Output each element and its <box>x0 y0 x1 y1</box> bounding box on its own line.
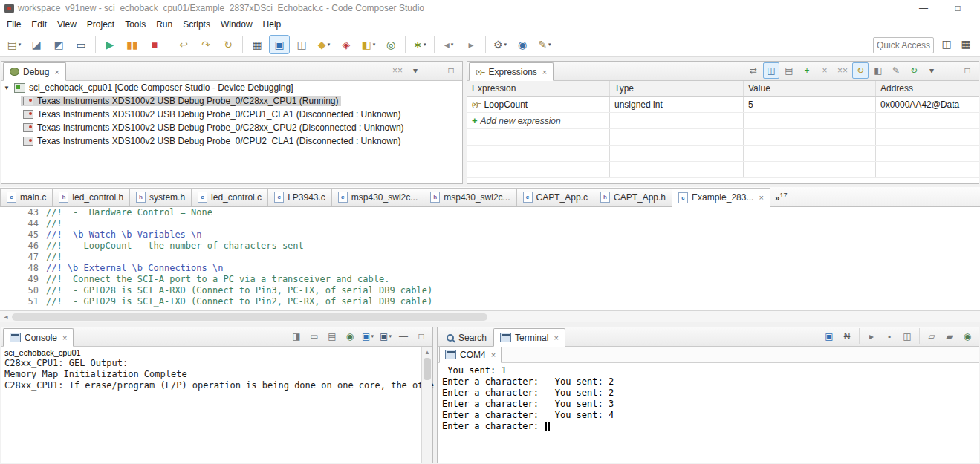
menu-tools[interactable]: Tools <box>120 17 151 32</box>
tab-overflow-chevron[interactable]: »17 <box>775 193 788 203</box>
tab-terminal[interactable]: Terminal × <box>493 328 565 347</box>
remove-all-expressions-icon[interactable]: ×× <box>834 62 851 79</box>
editor-tab-lp3943-c[interactable]: cLP3943.c <box>268 188 332 206</box>
view-menu-icon[interactable]: ▾ <box>407 62 424 79</box>
minimize-window-icon[interactable]: — <box>913 1 934 15</box>
close-icon[interactable]: × <box>62 333 67 342</box>
refresh-icon[interactable]: ↻ <box>852 62 869 79</box>
editor-tab-capt-app-h[interactable]: hCAPT_App.h <box>594 188 672 206</box>
step-return-icon[interactable]: ↻ <box>218 35 238 54</box>
forward-icon[interactable]: ▸ <box>461 35 481 54</box>
menu-scripts[interactable]: Scripts <box>178 17 215 32</box>
maximize-icon[interactable]: □ <box>959 62 976 79</box>
dropdown-arrow-icon[interactable]: ▾ <box>424 42 426 48</box>
editor-tab-led-control-c[interactable]: cled_control.c <box>192 188 268 206</box>
collapse-all-icon[interactable]: ▤ <box>781 62 797 79</box>
debug-perspective-icon[interactable]: ▦ <box>958 38 974 50</box>
minimize-icon[interactable]: — <box>941 62 958 79</box>
close-icon[interactable]: × <box>542 68 547 76</box>
dropdown-arrow-icon[interactable]: ▾ <box>371 333 374 339</box>
remove-expression-icon[interactable]: × <box>817 62 833 79</box>
editor-tab-msp430-swi2c-[interactable]: hmsp430_swi2c... <box>424 188 516 206</box>
close-icon[interactable]: × <box>759 193 763 202</box>
dropdown-arrow-icon[interactable]: ▾ <box>451 42 454 48</box>
column-header-address[interactable]: Address <box>876 81 979 96</box>
new-expressions-view-icon[interactable]: ◧ <box>870 62 886 79</box>
add-expression-icon[interactable]: + <box>799 62 815 79</box>
editor-tab-example-283-[interactable]: cExample_283...× <box>672 188 770 207</box>
pin-terminal-icon[interactable]: ◉ <box>959 328 976 344</box>
tools-icon[interactable]: ⚙▾ <box>490 35 510 54</box>
tab-search[interactable]: Search <box>439 328 493 347</box>
new-breakpoint-icon[interactable]: ∗▾ <box>409 35 430 54</box>
copy-icon[interactable]: ▱ <box>924 328 940 344</box>
quick-access-button[interactable]: Quick Access <box>873 37 934 53</box>
terminate-icon[interactable]: ■ <box>144 35 165 54</box>
layout-icon[interactable]: ◫ <box>763 62 779 79</box>
maximize-window-icon[interactable]: □ <box>947 1 968 15</box>
open-console-icon[interactable]: ▣▾ <box>377 328 394 344</box>
horizontal-scrollbar[interactable]: ◂ <box>0 310 980 322</box>
editor-tab-msp430-swi2c-[interactable]: cmsp430_swi2c... <box>332 188 424 206</box>
view-menu-icon[interactable]: ▾ <box>924 62 940 79</box>
flash-icon[interactable]: ◆▾ <box>314 35 334 54</box>
menu-window[interactable]: Window <box>215 17 258 32</box>
show-logical-structure-icon[interactable]: ⇄ <box>745 62 762 79</box>
code-editor[interactable]: 43//! - Hardware Control = None44//!45//… <box>0 207 980 310</box>
resume-icon[interactable]: ▶ <box>100 35 120 54</box>
tab-debug[interactable]: Debug × <box>3 62 66 81</box>
paste-icon[interactable]: ▰ <box>941 328 958 344</box>
dropdown-arrow-icon[interactable]: ▾ <box>373 42 376 48</box>
menu-view[interactable]: View <box>52 17 82 32</box>
continuous-refresh-icon[interactable]: ↻ <box>906 62 922 79</box>
pin-icon[interactable]: ✎▾ <box>534 35 555 54</box>
disconnect-icon[interactable]: ▪ <box>881 328 898 344</box>
close-icon[interactable]: × <box>491 350 496 359</box>
menu-file[interactable]: File <box>1 17 26 32</box>
expand-caret-icon[interactable]: ▼ <box>1 85 12 91</box>
terminal-output[interactable]: You sent: 1Enter a character: You sent: … <box>438 363 979 463</box>
back-icon[interactable]: ◂▾ <box>438 35 459 54</box>
save-all-icon[interactable]: ◩ <box>48 35 69 54</box>
pin-console-icon[interactable]: ◉ <box>342 328 358 344</box>
profile-icon[interactable]: ◎ <box>380 35 401 54</box>
close-icon[interactable]: × <box>554 333 558 342</box>
add-expression-row[interactable]: +Add new expression <box>467 113 979 129</box>
dropdown-arrow-icon[interactable]: ▾ <box>328 42 331 48</box>
display-selected-console-icon[interactable]: ▣▾ <box>360 328 376 344</box>
dropdown-arrow-icon[interactable]: ▾ <box>548 42 551 48</box>
debug-thread-row[interactable]: Texas Instruments XDS100v2 USB Debug Pro… <box>1 121 462 134</box>
debug-launch-row[interactable]: ▼sci_echoback_cpu01 [Code Composer Studi… <box>1 81 462 94</box>
connect-target-icon[interactable]: ▣ <box>269 35 290 54</box>
open-terminal-icon[interactable]: ▣ <box>821 328 837 344</box>
tab-expressions[interactable]: (x)= Expressions × <box>469 62 554 81</box>
close-icon[interactable]: × <box>54 68 59 76</box>
scroll-lock-icon[interactable]: ▤ <box>324 328 340 344</box>
open-perspective-icon[interactable]: ◫ <box>938 38 955 50</box>
step-over-icon[interactable]: ↷ <box>195 35 216 54</box>
debug-thread-row[interactable]: Texas Instruments XDS100v2 USB Debug Pro… <box>1 134 462 148</box>
editor-tab-led-control-h[interactable]: hled_control.h <box>53 188 130 206</box>
registers-view-icon[interactable]: ▦ <box>247 35 267 54</box>
dropdown-arrow-icon[interactable]: ▾ <box>504 42 507 48</box>
new-wizard-icon[interactable]: ▤▾ <box>4 35 25 54</box>
maximize-icon[interactable]: □ <box>443 62 459 79</box>
toggle-command-input-icon[interactable]: N <box>839 328 855 344</box>
editor-tab-capt-app-c[interactable]: cCAPT_App.c <box>517 188 594 206</box>
minimize-icon[interactable]: — <box>395 328 412 344</box>
dropdown-arrow-icon[interactable]: ▾ <box>19 42 22 48</box>
dropdown-arrow-icon[interactable]: ▾ <box>389 333 392 339</box>
minimize-icon[interactable]: — <box>425 62 441 79</box>
column-header-type[interactable]: Type <box>610 81 744 96</box>
save-icon[interactable]: ◪ <box>26 35 47 54</box>
console-view-icon[interactable]: ▭ <box>71 35 91 54</box>
next-console-icon[interactable]: ◨ <box>288 328 305 344</box>
column-header-value[interactable]: Value <box>744 81 876 96</box>
editor-tab-main-c[interactable]: cmain.c <box>0 188 53 206</box>
expression-row[interactable]: (x)=LoopCountunsigned int50x0000AA42@Dat… <box>467 97 979 113</box>
edit-expression-icon[interactable]: ✎ <box>888 62 904 79</box>
editor-tab-system-h[interactable]: hsystem.h <box>130 188 192 206</box>
menu-project[interactable]: Project <box>82 17 120 32</box>
connect-icon[interactable]: ▸ <box>863 328 880 344</box>
tab-com4[interactable]: COM4 × <box>439 346 502 363</box>
